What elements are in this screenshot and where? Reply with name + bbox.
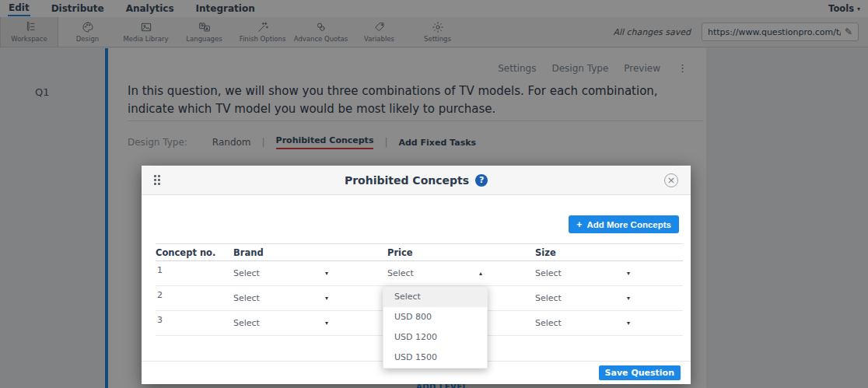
table-header-row: Concept no. Brand Price Size: [156, 243, 683, 261]
caret-down-icon: ▾: [627, 270, 630, 277]
prohibited-concepts-modal: Prohibited Concepts ? × + Add More Conce…: [142, 166, 691, 384]
dropdown-option-usd-1500[interactable]: USD 1500: [383, 348, 487, 368]
save-question-button[interactable]: Save Question: [599, 365, 681, 380]
caret-down-icon: ▾: [325, 295, 328, 302]
add-more-concepts-label: Add More Concepts: [586, 220, 671, 229]
dropdown-option-select[interactable]: Select: [383, 287, 487, 307]
price-dropdown-menu: Select USD 800 USD 1200 USD 1500: [383, 286, 488, 369]
column-header-concept-no: Concept no.: [156, 244, 215, 261]
concept-number: 1: [157, 265, 163, 275]
column-header-size: Size: [535, 244, 556, 261]
brand-select-row-3[interactable]: Select ▾: [233, 318, 328, 328]
select-value: Select: [233, 318, 260, 328]
dropdown-option-usd-800[interactable]: USD 800: [383, 307, 487, 327]
brand-select-row-2[interactable]: Select ▾: [233, 293, 328, 303]
size-select-row-2[interactable]: Select ▾: [535, 293, 630, 303]
brand-select-row-1[interactable]: Select ▾: [233, 268, 328, 278]
select-value: Select: [535, 318, 562, 328]
column-header-price: Price: [387, 244, 413, 261]
caret-down-icon: ▾: [627, 295, 630, 302]
caret-down-icon: ▾: [325, 270, 328, 277]
questionpro-editor-screen: Edit Distribute Analytics Integration To…: [0, 0, 868, 388]
modal-header: Prohibited Concepts ? ×: [142, 166, 691, 195]
modal-title-group: Prohibited Concepts ?: [345, 174, 488, 187]
column-header-brand: Brand: [233, 244, 264, 261]
close-icon[interactable]: ×: [664, 173, 678, 187]
dropdown-option-usd-1200[interactable]: USD 1200: [383, 327, 487, 348]
concept-number: 2: [157, 290, 163, 300]
size-select-row-1[interactable]: Select ▾: [535, 268, 630, 278]
select-value: Select: [535, 268, 562, 278]
modal-title: Prohibited Concepts: [345, 174, 469, 187]
price-select-row-1[interactable]: Select ▴: [387, 268, 482, 278]
caret-down-icon: ▾: [627, 320, 630, 327]
select-value: Select: [233, 293, 260, 303]
select-value: Select: [535, 293, 562, 303]
help-icon[interactable]: ?: [475, 174, 488, 187]
caret-down-icon: ▾: [325, 320, 328, 327]
select-value: Select: [233, 268, 260, 278]
plus-icon: +: [576, 219, 582, 230]
caret-up-icon: ▴: [479, 270, 482, 277]
size-select-row-3[interactable]: Select ▾: [535, 318, 630, 328]
concept-number: 3: [157, 315, 163, 325]
add-more-concepts-button[interactable]: + Add More Concepts: [569, 215, 679, 233]
drag-handle-icon[interactable]: [154, 175, 160, 185]
select-value: Select: [387, 268, 414, 278]
table-row: 1 Select ▾ Select ▴ Select ▾: [156, 261, 683, 286]
